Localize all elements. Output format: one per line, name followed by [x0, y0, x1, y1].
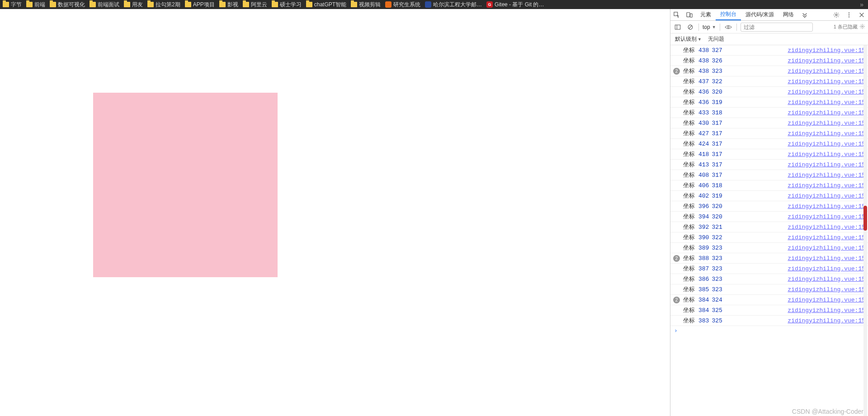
- log-level-selector[interactable]: 默认级别▼: [675, 35, 702, 43]
- source-link[interactable]: zidingyizhiling.vue:15: [788, 297, 865, 303]
- source-link[interactable]: zidingyizhiling.vue:15: [788, 245, 865, 251]
- source-link[interactable]: zidingyizhiling.vue:15: [788, 193, 865, 199]
- kebab-menu-icon[interactable]: [843, 9, 855, 20]
- bookmark-item[interactable]: 前端: [26, 1, 45, 9]
- close-devtools-icon[interactable]: [855, 9, 868, 20]
- bookmark-item[interactable]: 硕士学习: [272, 1, 302, 9]
- console-message[interactable]: 坐标386323zidingyizhiling.vue:15: [670, 274, 868, 284]
- console-message[interactable]: 坐标402319zidingyizhiling.vue:15: [670, 191, 868, 201]
- source-link[interactable]: zidingyizhiling.vue:15: [788, 182, 865, 189]
- console-prompt[interactable]: ›: [670, 326, 868, 335]
- console-message[interactable]: 坐标384325zidingyizhiling.vue:15: [670, 305, 868, 316]
- console-message[interactable]: 坐标394320zidingyizhiling.vue:15: [670, 212, 868, 222]
- bookmark-item[interactable]: 视频剪辑: [351, 1, 381, 9]
- source-link[interactable]: zidingyizhiling.vue:15: [788, 78, 865, 85]
- scrollbar[interactable]: [863, 45, 867, 416]
- page-viewport: [0, 9, 670, 416]
- source-link[interactable]: zidingyizhiling.vue:15: [788, 47, 865, 54]
- pink-box[interactable]: [93, 93, 278, 277]
- hidden-count[interactable]: 1 条已隐藏: [834, 24, 865, 30]
- source-link[interactable]: zidingyizhiling.vue:15: [788, 99, 865, 106]
- settings-gear-icon[interactable]: [830, 9, 843, 20]
- source-link[interactable]: zidingyizhiling.vue:15: [788, 265, 865, 272]
- context-selector[interactable]: top ▼: [703, 24, 716, 30]
- tab-elements[interactable]: 元素: [696, 9, 716, 20]
- live-expression-icon[interactable]: [724, 24, 733, 30]
- source-link[interactable]: zidingyizhiling.vue:15: [788, 151, 865, 158]
- folder-icon: [26, 2, 33, 7]
- console-message[interactable]: 坐标406318zidingyizhiling.vue:15: [670, 180, 868, 191]
- bookmark-item[interactable]: 前端面试: [90, 1, 119, 9]
- coord-x: 430: [698, 120, 709, 127]
- sidebar-toggle-icon[interactable]: [673, 24, 682, 30]
- console-message[interactable]: 坐标433318zidingyizhiling.vue:15: [670, 108, 868, 118]
- device-toolbar-icon[interactable]: [683, 9, 696, 20]
- bookmark-item[interactable]: 拉勾第2期: [147, 1, 180, 9]
- source-link[interactable]: zidingyizhiling.vue:15: [788, 109, 865, 116]
- console-message[interactable]: 坐标424317zidingyizhiling.vue:15: [670, 139, 868, 149]
- console-message[interactable]: 坐标418317zidingyizhiling.vue:15: [670, 149, 868, 160]
- source-link[interactable]: zidingyizhiling.vue:15: [788, 172, 865, 179]
- console-message[interactable]: 坐标389323zidingyizhiling.vue:15: [670, 243, 868, 253]
- bookmark-item[interactable]: 用友: [124, 1, 143, 9]
- bookmark-item[interactable]: 研究生系统: [385, 1, 420, 9]
- source-link[interactable]: zidingyizhiling.vue:15: [788, 203, 865, 210]
- more-tabs-icon[interactable]: [798, 9, 811, 20]
- bookmark-item[interactable]: 哈尔滨工程大学邮…: [425, 1, 482, 9]
- console-message[interactable]: 坐标436319zidingyizhiling.vue:15: [670, 97, 868, 108]
- console-message[interactable]: 2坐标388323zidingyizhiling.vue:15: [670, 253, 868, 264]
- bookmark-item[interactable]: 字节: [3, 1, 22, 9]
- source-link[interactable]: zidingyizhiling.vue:15: [788, 120, 865, 127]
- source-link[interactable]: zidingyizhiling.vue:15: [788, 141, 865, 147]
- tab-sources[interactable]: 源代码/来源: [741, 9, 778, 20]
- console-message[interactable]: 坐标438327zidingyizhiling.vue:15: [670, 45, 868, 56]
- console-message[interactable]: 坐标437322zidingyizhiling.vue:15: [670, 76, 868, 87]
- console-message[interactable]: 坐标408317zidingyizhiling.vue:15: [670, 170, 868, 180]
- source-link[interactable]: zidingyizhiling.vue:15: [788, 234, 865, 241]
- console-message[interactable]: 2坐标384324zidingyizhiling.vue:15: [670, 295, 868, 305]
- console-message[interactable]: 坐标438326zidingyizhiling.vue:15: [670, 56, 868, 66]
- bookmark-item[interactable]: 影视: [219, 1, 238, 9]
- msg-label: 坐标: [683, 140, 695, 148]
- source-link[interactable]: zidingyizhiling.vue:15: [788, 213, 865, 220]
- bookmark-item[interactable]: GGitee - 基于 Git 的…: [486, 1, 544, 9]
- source-link[interactable]: zidingyizhiling.vue:15: [788, 286, 865, 293]
- tab-console[interactable]: 控制台: [716, 9, 741, 20]
- gear-small-icon[interactable]: [859, 24, 865, 30]
- console-message[interactable]: 坐标436320zidingyizhiling.vue:15: [670, 87, 868, 97]
- bookmarks-overflow-icon[interactable]: »: [858, 1, 865, 8]
- console-message[interactable]: 坐标396320zidingyizhiling.vue:15: [670, 201, 868, 212]
- msg-label: 坐标: [683, 119, 695, 127]
- source-link[interactable]: zidingyizhiling.vue:15: [788, 317, 865, 324]
- console-message[interactable]: 坐标383325zidingyizhiling.vue:15: [670, 316, 868, 326]
- source-link[interactable]: zidingyizhiling.vue:15: [788, 255, 865, 262]
- clear-console-icon[interactable]: [686, 24, 695, 30]
- coord-y: 325: [712, 307, 722, 314]
- console-message[interactable]: 坐标430317zidingyizhiling.vue:15: [670, 118, 868, 128]
- bookmark-item[interactable]: 数据可视化: [50, 1, 85, 9]
- bookmark-item[interactable]: chatGPT智能: [306, 1, 346, 9]
- filter-input[interactable]: [741, 23, 813, 32]
- console-message[interactable]: 2坐标438323zidingyizhiling.vue:15: [670, 66, 868, 76]
- source-link[interactable]: zidingyizhiling.vue:15: [788, 68, 865, 75]
- console-messages[interactable]: 坐标438327zidingyizhiling.vue:15坐标438326zi…: [670, 45, 868, 416]
- bookmark-item[interactable]: 阿里云: [243, 1, 267, 9]
- console-message[interactable]: 坐标413317zidingyizhiling.vue:15: [670, 160, 868, 170]
- source-link[interactable]: zidingyizhiling.vue:15: [788, 276, 865, 283]
- tab-network[interactable]: 网络: [778, 9, 798, 20]
- source-link[interactable]: zidingyizhiling.vue:15: [788, 161, 865, 168]
- source-link[interactable]: zidingyizhiling.vue:15: [788, 130, 865, 137]
- bookmark-item[interactable]: APP项目: [185, 1, 215, 9]
- source-link[interactable]: zidingyizhiling.vue:15: [788, 307, 865, 314]
- console-message[interactable]: 坐标390322zidingyizhiling.vue:15: [670, 232, 868, 243]
- console-message[interactable]: 坐标385323zidingyizhiling.vue:15: [670, 284, 868, 295]
- console-message[interactable]: 坐标427317zidingyizhiling.vue:15: [670, 128, 868, 139]
- console-message[interactable]: 坐标392321zidingyizhiling.vue:15: [670, 222, 868, 232]
- bookmark-label: Gitee - 基于 Git 的…: [495, 1, 544, 9]
- console-message[interactable]: 坐标387323zidingyizhiling.vue:15: [670, 264, 868, 274]
- source-link[interactable]: zidingyizhiling.vue:15: [788, 57, 865, 64]
- inspect-element-icon[interactable]: [670, 9, 683, 20]
- source-link[interactable]: zidingyizhiling.vue:15: [788, 89, 865, 95]
- scrollbar-thumb[interactable]: [863, 206, 867, 231]
- source-link[interactable]: zidingyizhiling.vue:15: [788, 224, 865, 231]
